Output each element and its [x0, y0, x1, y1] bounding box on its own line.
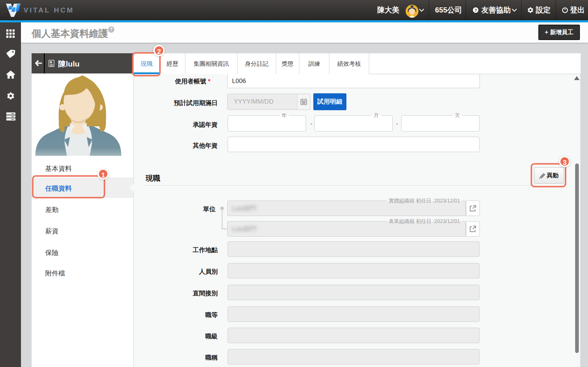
- svg-text:?: ?: [474, 8, 477, 12]
